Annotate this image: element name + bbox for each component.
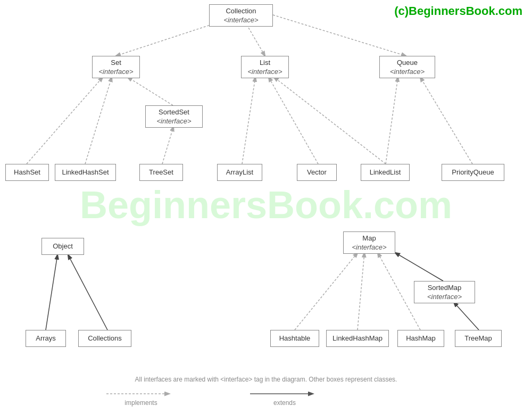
node-arrays: Arrays — [26, 330, 66, 347]
node-arraylist: ArrayList — [217, 164, 262, 181]
legend: implements extends — [106, 390, 319, 407]
node-sortedmap: SortedMap <interface> — [414, 281, 475, 303]
node-object: Object — [41, 238, 84, 255]
node-vector: Vector — [297, 164, 337, 181]
svg-line-15 — [295, 253, 358, 330]
node-collections: Collections — [78, 330, 131, 347]
node-hashtable: Hashtable — [270, 330, 319, 347]
node-linkedhashmap: LinkedHashMap — [326, 330, 389, 347]
node-list: List <interface> — [241, 56, 289, 78]
svg-line-5 — [85, 77, 112, 164]
node-treeset: TreeSet — [139, 164, 183, 181]
legend-extends: extends — [250, 390, 319, 407]
svg-line-7 — [242, 77, 255, 164]
node-set: Set <interface> — [92, 56, 140, 78]
node-hashmap: HashMap — [397, 330, 444, 347]
svg-line-11 — [420, 77, 472, 164]
node-hashset: HashSet — [5, 164, 49, 181]
svg-line-3 — [128, 77, 173, 105]
svg-line-12 — [46, 255, 57, 330]
brand-label: (c)BeginnersBook.com — [394, 4, 522, 18]
node-sortedset: SortedSet <interface> — [145, 105, 203, 128]
diagram-container: BeginnersBook.com (c)BeginnersBook.com — [0, 0, 532, 414]
svg-line-14 — [395, 253, 443, 281]
footer-note: All interfaces are marked with <interfac… — [135, 376, 397, 383]
node-linkedhashset: LinkedHashSet — [55, 164, 116, 181]
svg-line-18 — [454, 302, 479, 330]
legend-implements: implements — [106, 390, 176, 407]
svg-line-4 — [27, 77, 103, 164]
node-treemap: TreeMap — [455, 330, 502, 347]
node-map: Map <interface> — [343, 231, 395, 254]
svg-line-9 — [274, 77, 386, 164]
svg-line-13 — [68, 255, 107, 330]
svg-line-6 — [162, 127, 173, 164]
node-linkedlist: LinkedList — [361, 164, 410, 181]
node-priorityqueue: PriorityQueue — [442, 164, 504, 181]
svg-line-16 — [358, 253, 364, 330]
svg-line-10 — [386, 77, 398, 164]
svg-line-8 — [269, 77, 318, 164]
node-queue: Queue <interface> — [379, 56, 435, 78]
watermark: BeginnersBook.com — [80, 183, 452, 227]
node-collection: Collection <interface> — [209, 4, 273, 27]
svg-line-2 — [273, 15, 406, 56]
